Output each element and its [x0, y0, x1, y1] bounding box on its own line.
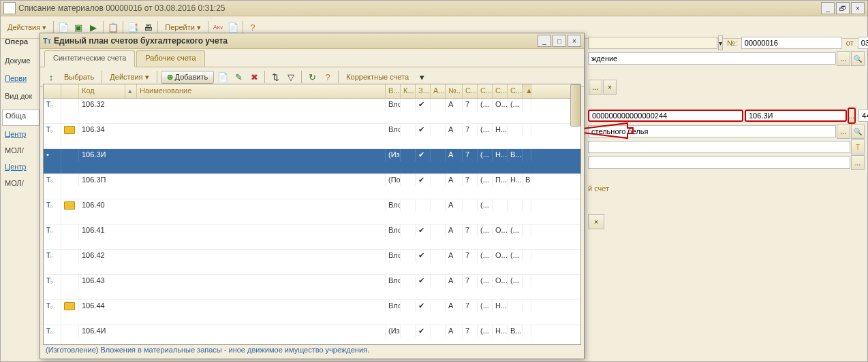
hierarchy-icon[interactable]: ⇅ — [268, 70, 282, 84]
post-icon[interactable]: ▶ — [87, 20, 100, 34]
org2-search[interactable]: 🔍 — [851, 51, 865, 66]
row6-t[interactable]: T — [851, 139, 865, 154]
filter-icon[interactable]: ▽ — [284, 70, 298, 84]
row7-input[interactable] — [588, 157, 850, 169]
struct-icon[interactable]: 📑 — [126, 20, 140, 34]
cell-name: Вложения в нематериальные активы - предм… — [386, 250, 401, 262]
acct-lookup[interactable]: ... — [848, 108, 856, 124]
correct-link[interactable]: Корректные счета — [342, 71, 413, 83]
acct-input[interactable] — [745, 110, 847, 122]
cell-s1: (... — [478, 99, 493, 111]
copy-row-icon[interactable]: 📄 — [216, 70, 230, 84]
table-row[interactable]: 106.34Вложения в материальные запасы - и… — [44, 124, 580, 149]
tab-synthetic[interactable]: Синтетические счета — [44, 50, 135, 67]
cell-a: А — [446, 250, 463, 262]
save-icon[interactable]: ▣ — [72, 20, 85, 34]
col-s3[interactable]: С... — [493, 84, 508, 98]
bignum-input[interactable] — [588, 110, 743, 122]
cell-s4 — [523, 300, 531, 312]
col-v[interactable]: В... — [386, 84, 401, 98]
col-name[interactable]: Наименование — [137, 84, 386, 98]
lp-centr1[interactable]: Центр — [2, 129, 40, 144]
table-row[interactable]: 106.43Вложения в непроизведенные активы … — [44, 275, 580, 300]
add-button[interactable]: ⊕Добавить — [161, 71, 215, 84]
refresh-icon[interactable]: ↻ — [305, 70, 319, 84]
cell-s4 — [523, 325, 531, 338]
delete-icon[interactable]: ✖ — [247, 70, 261, 84]
ecr-input[interactable] — [858, 110, 868, 122]
dialog-maximize[interactable]: □ — [553, 35, 566, 47]
edit-icon[interactable]: ✎ — [232, 70, 245, 84]
org2-lookup[interactable]: ... — [837, 51, 850, 66]
table-row[interactable]: 106.44Вложения в материальные запасы - п… — [44, 300, 580, 325]
actions-menu[interactable]: Действия ▾ — [3, 21, 50, 34]
table-row[interactable]: 106.4И(Изготовление) Вложения в материал… — [44, 325, 580, 344]
lp-obsha[interactable]: Обща — [2, 110, 40, 126]
cell-n: 7 — [463, 250, 478, 262]
goto-menu[interactable]: Перейти ▾ — [161, 21, 205, 34]
org2-input[interactable] — [588, 52, 836, 65]
col-n[interactable]: №.. — [446, 84, 463, 98]
cell-s2: О... — [493, 275, 508, 287]
table-row[interactable]: 106.40Вложения в предметы лизингаА(... — [44, 199, 580, 225]
scrollbar-thumb[interactable] — [570, 99, 580, 127]
cell-z — [431, 99, 446, 111]
cell-a: А — [446, 300, 463, 312]
print-icon[interactable]: 🖶 — [141, 20, 155, 34]
table-row[interactable]: •106.3И(Изготовление) Вложения в материа… — [44, 149, 580, 174]
folder-icon — [61, 325, 79, 338]
grid-body[interactable]: 106.32Вложения в нематериальные активы -… — [44, 99, 580, 344]
select-icon[interactable]: ↕ — [44, 70, 58, 84]
dialog-minimize[interactable]: _ — [538, 35, 551, 47]
help-icon[interactable]: ? — [246, 20, 260, 34]
row6-input[interactable] — [588, 141, 850, 153]
item-lookup[interactable]: ... — [837, 124, 850, 139]
tab-close-button[interactable]: × — [588, 214, 604, 229]
copy-icon[interactable]: 📋 — [106, 20, 120, 34]
lp-pervi[interactable]: Перви — [2, 73, 40, 88]
row3-clear[interactable]: × — [603, 80, 617, 95]
select-button[interactable]: Выбрать — [60, 71, 98, 83]
row3-lookup[interactable]: ... — [589, 80, 602, 95]
table-row[interactable]: 106.3П(Покупка) Вложения в материальные … — [44, 174, 580, 199]
col-sort-icon[interactable]: ▴ — [125, 84, 137, 98]
correct-dd[interactable]: ▾ — [415, 70, 429, 84]
col-code[interactable]: Код — [79, 84, 125, 98]
cell-z — [431, 124, 446, 136]
close-button[interactable]: × — [851, 2, 865, 14]
new-icon[interactable]: 📄 — [57, 20, 70, 34]
cell-k: ✔ — [416, 149, 431, 161]
cell-code: 106.3И — [79, 149, 386, 161]
cell-v — [401, 250, 416, 262]
table-row[interactable]: 106.32Вложения в нематериальные активы -… — [44, 99, 580, 124]
report-icon[interactable]: 📄 — [226, 20, 240, 34]
cell-name: Вложения в нематериальные активы - иное … — [386, 99, 401, 111]
date-input[interactable] — [858, 37, 868, 49]
lp-centr2[interactable]: Центр — [2, 161, 40, 176]
cell-s3: (... — [508, 250, 523, 262]
col-k[interactable]: К... — [401, 84, 416, 98]
table-row[interactable]: 106.41Вложения в основные средства - пре… — [44, 225, 580, 250]
col-z[interactable]: З... — [416, 84, 431, 98]
col-s2[interactable]: С... — [478, 84, 493, 98]
table-row[interactable]: 106.42Вложения в нематериальные активы -… — [44, 250, 580, 275]
grid-header: Код ▴ Наименование В... К... З... А... №… — [44, 84, 580, 99]
cell-s1: (... — [478, 325, 493, 338]
cell-k: ✔ — [416, 99, 431, 111]
col-a[interactable]: А... — [431, 84, 446, 98]
dialog-close[interactable]: × — [568, 35, 581, 47]
restore-button[interactable]: 🗗 — [836, 2, 850, 14]
minimize-button[interactable]: _ — [821, 2, 835, 14]
help2-icon[interactable]: ? — [321, 70, 335, 84]
row7-lookup[interactable]: ... — [851, 155, 865, 170]
col-s4[interactable]: С... — [508, 84, 523, 98]
akv-icon[interactable]: AКv — [211, 20, 225, 34]
number-input[interactable] — [741, 37, 842, 49]
col-s1[interactable]: С... — [463, 84, 478, 98]
item-search[interactable]: 🔍 — [851, 124, 865, 139]
dlg-actions[interactable]: Действия ▾ — [106, 71, 153, 84]
org-dropdown[interactable]: ▾ — [718, 35, 723, 50]
org-input[interactable] — [588, 37, 717, 49]
cell-s3: В... — [508, 325, 523, 338]
tab-working[interactable]: Рабочие счета — [136, 50, 204, 67]
